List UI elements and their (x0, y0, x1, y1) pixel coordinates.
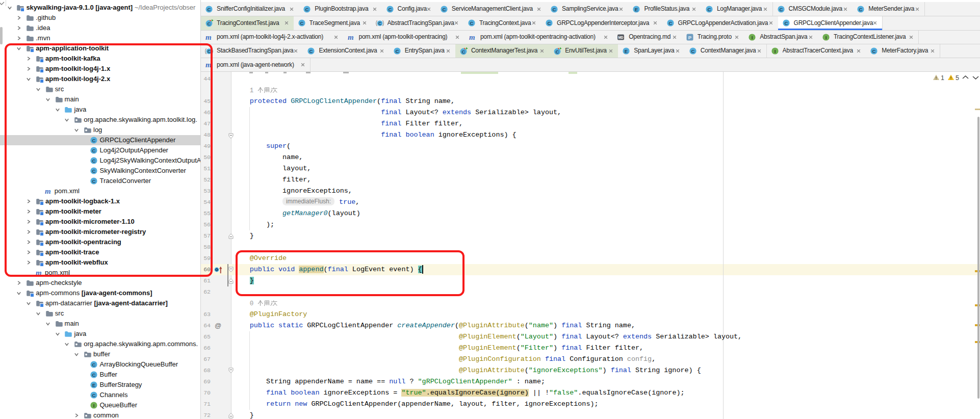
svg-text:C: C (548, 20, 551, 26)
svg-text:m: m (348, 33, 354, 41)
svg-text:C: C (305, 6, 309, 12)
svg-text:C: C (388, 6, 392, 12)
svg-text:C: C (461, 48, 465, 54)
svg-text:C: C (310, 48, 313, 54)
svg-text:C: C (784, 20, 788, 26)
svg-text:E: E (92, 382, 95, 388)
svg-text:C: C (442, 6, 446, 12)
svg-text:C: C (208, 6, 211, 12)
svg-text:C: C (872, 48, 876, 54)
svg-text:C: C (691, 48, 694, 54)
svg-text:C: C (92, 392, 96, 398)
svg-text:C: C (92, 362, 96, 368)
svg-text:C: C (300, 20, 303, 26)
svg-text:E: E (635, 6, 638, 12)
svg-text:C: C (208, 21, 211, 27)
svg-text:C: C (668, 20, 672, 26)
svg-text:C: C (859, 6, 863, 12)
svg-text:I: I (774, 48, 776, 54)
svg-text:m: m (205, 33, 212, 41)
svg-text:C: C (779, 6, 783, 12)
svg-text:1: 1 (941, 74, 944, 82)
svg-text:5: 5 (956, 74, 959, 82)
svg-text:E: E (625, 48, 628, 54)
svg-text:C: C (92, 372, 96, 378)
svg-text:C: C (395, 48, 399, 54)
svg-text:P: P (688, 35, 692, 40)
svg-text:I: I (752, 34, 753, 40)
svg-text:C: C (556, 48, 559, 54)
svg-text:C: C (378, 21, 381, 26)
svg-text:MD: MD (618, 36, 624, 39)
svg-text:C: C (470, 20, 473, 26)
svg-text:I: I (93, 403, 95, 408)
svg-text:C: C (707, 6, 711, 12)
svg-text:m: m (469, 33, 475, 41)
svg-text:C: C (553, 6, 556, 12)
svg-text:I: I (826, 34, 827, 40)
